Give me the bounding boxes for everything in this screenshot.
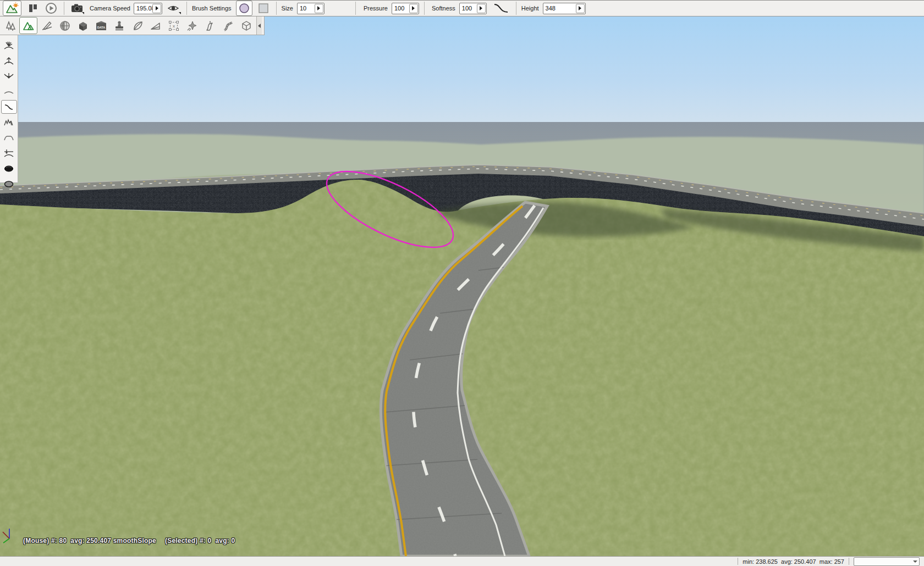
stamp-icon [113,20,125,32]
mountain-icon [23,20,35,32]
arrow-down-valley-icon [3,71,14,81]
tool-material-editor[interactable] [56,17,74,34]
square-brush-icon [258,3,268,13]
statusbar-separator [738,558,738,565]
window-layout-button[interactable] [26,1,40,15]
tool-raise-height[interactable] [1,54,17,68]
flat-top-icon [3,134,14,142]
brush-settings-label: Brush Settings [192,5,232,12]
size-spinner[interactable] [315,4,323,13]
chevron-down-icon [911,558,919,565]
falloff-curve-button[interactable] [491,1,511,16]
3d-viewport[interactable]: (Mouse) #: 80 avg: 250.407 smoothSlope (… [0,16,924,556]
height-spinner[interactable] [576,4,585,13]
toolbar-separator [424,2,425,15]
tool-terrain-painter[interactable] [37,17,56,34]
bottom-status-bar: min: 238.625 avg: 250.407 max: 257 [0,556,924,566]
eye-icon [167,4,179,13]
tool-sketch[interactable] [74,17,92,34]
play-button[interactable] [43,1,59,16]
height-field [543,3,586,14]
pressure-field [392,3,419,14]
softness-spinner[interactable] [477,4,486,13]
black-ellipse-icon [3,165,14,173]
jagged-peaks-icon [3,118,14,127]
tool-road-path-editor[interactable] [219,17,237,34]
tool-particle-editor[interactable] [183,17,201,34]
camera-menu-button[interactable] [69,1,85,15]
height-label: Height [521,5,539,12]
toolbar-separator [186,2,187,15]
size-input[interactable] [298,4,315,13]
tool-river-editor[interactable] [201,17,219,34]
circle-brush-button[interactable] [236,1,252,16]
chevron-down-icon [82,12,84,14]
tool-lower-height[interactable] [1,69,17,83]
camera-speed-spinner[interactable] [152,4,161,13]
tool-shape-ramp[interactable] [146,17,164,34]
tool-smooth[interactable] [1,85,17,98]
gray-ellipse-icon [3,180,14,188]
editor-logo-button[interactable] [3,1,21,16]
tool-grab-terrain[interactable] [1,38,17,52]
camera-speed-input[interactable] [134,4,153,13]
hand-hill-icon [3,41,14,51]
tool-datablock-editor[interactable]: DATA [92,17,110,34]
mountain-sun-logo-icon [6,2,19,14]
globe-icon [59,20,71,32]
camera-speed-field [134,3,162,14]
softness-field [459,3,487,14]
pressure-input[interactable] [392,4,410,13]
marquee-x-icon: x [168,20,180,32]
river-icon [204,20,216,32]
toolbar-separator [516,2,516,15]
ramp-icon [150,20,162,32]
height-input[interactable] [543,4,576,13]
tool-smooth-slope[interactable] [1,100,17,114]
top-toolbar: Camera Speed Brush Settings Size Pressur… [0,0,924,16]
toolbar-separator [355,2,356,15]
tool-physics[interactable] [237,17,255,34]
camera-speed-label: Camera Speed [90,5,130,12]
softness-label: Softness [432,5,455,12]
visibility-menu-button[interactable] [165,1,182,15]
tool-terrain-editor[interactable] [19,17,37,34]
arrow-up-hill-icon [3,56,14,66]
tool-forest-editor[interactable] [128,17,146,34]
tool-decal-editor[interactable] [110,17,128,34]
tool-set-height[interactable] [1,146,17,160]
leaf-icon [131,20,144,32]
tool-flatten[interactable] [1,131,17,145]
data-cube-icon: DATA [95,20,108,32]
mouse-status-text: (Mouse) #: 80 avg: 250.407 smoothSlope [23,537,156,545]
tool-set-empty[interactable] [1,162,17,175]
pressure-label: Pressure [364,5,388,12]
toolstrip-collapse-handle[interactable] [256,16,262,35]
statusbar-separator [849,558,849,565]
chevron-down-icon [179,12,181,14]
terrain-stats-text: min: 238.625 avg: 250.407 max: 257 [743,558,844,565]
editor-tool-strip: DATA x [0,16,265,35]
falloff-curve-icon [493,2,509,14]
softness-input[interactable] [460,4,477,13]
svg-text:DATA: DATA [97,25,105,29]
cube-icon [77,20,89,32]
window-split-icon [28,3,38,13]
selected-status-text: (Selected) #: 0 avg: 0 [165,537,235,545]
tool-clear-empty[interactable] [1,177,17,191]
tool-paint-noise[interactable] [1,115,17,129]
statusbar-dropdown[interactable] [854,557,920,566]
tool-forest[interactable] [1,17,19,34]
size-field [297,3,324,14]
terrain-tool-palette [0,35,18,183]
square-brush-button[interactable] [256,1,271,16]
pressure-spinner[interactable] [409,4,418,13]
dice-icon [240,20,252,32]
s-curve-icon [3,103,14,112]
tool-mesh-road[interactable]: x [164,17,183,34]
camera-icon [71,3,83,13]
winding-road-icon [222,20,234,32]
smooth-curve-icon [3,88,14,96]
set-height-icon [3,148,14,158]
size-label: Size [282,5,293,12]
